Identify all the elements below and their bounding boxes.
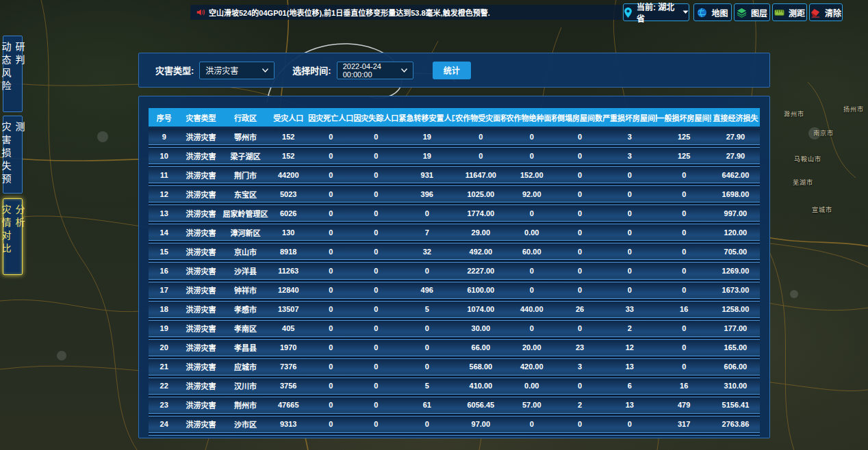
table-row[interactable]: 13洪涝灾害屈家岭管理区60260001774.000000997.00 bbox=[149, 205, 760, 221]
table-cell: 11263 bbox=[268, 267, 308, 275]
table-row[interactable]: 11洪涝灾害荆门市442000093111647.00152.000006462… bbox=[149, 167, 760, 183]
table-cell: 0 bbox=[308, 133, 353, 141]
table-row[interactable]: 9洪涝灾害鄂州市1520019000312527.90 bbox=[149, 129, 760, 144]
table-row[interactable]: 20洪涝灾害孝昌县197000066.0020.0023120165.00 bbox=[149, 340, 760, 356]
table-cell: 洪涝灾害 bbox=[179, 419, 222, 429]
table-cell: 0 bbox=[557, 228, 602, 237]
map-label: 马鞍山市 bbox=[794, 155, 821, 163]
layers-button[interactable]: 图层 bbox=[734, 3, 770, 21]
table-cell: 6100.00 bbox=[455, 286, 506, 294]
globe-icon bbox=[697, 8, 707, 18]
table-row[interactable]: 18洪涝灾害孝感市135070051074.00440.002633161258… bbox=[149, 302, 760, 317]
table-cell: 26 bbox=[557, 305, 602, 313]
column-header: 灾害类型 bbox=[179, 112, 222, 123]
disaster-type-label: 灾害类型: bbox=[155, 64, 194, 77]
table-cell: 16 bbox=[149, 267, 179, 275]
table-cell: 13 bbox=[602, 401, 656, 409]
table-cell: 0 bbox=[353, 343, 398, 352]
table-header: 序号灾害类型行政区受灾人口因灾死亡人口因灾失踪人口紧急转移安置人口农作物受灾面积… bbox=[149, 108, 760, 127]
table-cell: 0 bbox=[602, 209, 656, 217]
table-cell: 0 bbox=[557, 324, 602, 332]
table-cell: 97.00 bbox=[455, 420, 506, 428]
disaster-table-panel: 序号灾害类型行政区受灾人口因灾死亡人口因灾失踪人口紧急转移安置人口农作物受灾面积… bbox=[138, 96, 770, 438]
table-cell: 0 bbox=[557, 382, 602, 390]
table-cell: 165.00 bbox=[711, 343, 760, 352]
statistics-button[interactable]: 统计 bbox=[433, 62, 471, 79]
table-cell: 3756 bbox=[268, 382, 308, 390]
table-row[interactable]: 24洪涝灾害沙市区931300097.000003172763.86 bbox=[149, 416, 760, 432]
table-cell: 0 bbox=[557, 286, 602, 294]
table-row[interactable]: 17洪涝灾害钟祥市12840004966100.0000001673.00 bbox=[149, 282, 760, 298]
table-cell: 0 bbox=[602, 248, 656, 256]
clear-button[interactable]: 清除 bbox=[809, 3, 843, 21]
table-cell: 0 bbox=[398, 343, 455, 352]
table-cell: 2 bbox=[557, 401, 602, 409]
table-cell: 0 bbox=[557, 248, 602, 256]
table-cell: 0 bbox=[557, 171, 602, 179]
sidebar-item-disaster-comparison[interactable]: 灾情对比分析 bbox=[3, 198, 23, 275]
column-header: 直接经济损失 bbox=[711, 112, 760, 123]
table-row[interactable]: 12洪涝灾害东宝区5023003961025.0092.000001698.00 bbox=[149, 186, 760, 202]
time-select-value: 2022-04-24 00:00:00 bbox=[343, 62, 401, 79]
table-cell: 931 bbox=[398, 171, 455, 179]
table-cell: 0 bbox=[557, 267, 602, 275]
sidebar-item-dynamic-risk[interactable]: 动态风险研判 bbox=[3, 36, 23, 112]
table-cell: 洪涝灾害 bbox=[179, 304, 222, 315]
table-cell: 152 bbox=[268, 133, 308, 141]
table-cell: 32 bbox=[398, 248, 455, 256]
table-cell: 3 bbox=[557, 362, 602, 371]
table-cell: 152.00 bbox=[507, 171, 557, 179]
table-cell: 0 bbox=[507, 324, 557, 332]
map-button[interactable]: 地图 bbox=[693, 3, 732, 21]
table-cell: 125 bbox=[657, 152, 711, 160]
table-cell: 0 bbox=[657, 190, 711, 198]
column-header: 受灾人口 bbox=[268, 112, 308, 123]
table-cell: 17 bbox=[149, 286, 179, 294]
layers-button-label: 图层 bbox=[751, 7, 767, 18]
time-select[interactable]: 2022-04-24 00:00:00 bbox=[337, 62, 413, 79]
table-cell: 0 bbox=[657, 324, 711, 332]
table-row[interactable]: 15洪涝灾害京山市89180032492.0060.00000705.00 bbox=[149, 243, 760, 259]
table-cell: 0 bbox=[507, 267, 557, 275]
table-cell: 0 bbox=[507, 152, 557, 160]
table-cell: 47665 bbox=[268, 401, 308, 409]
table-row[interactable]: 16洪涝灾害沙洋县112630002227.0000001269.00 bbox=[149, 263, 760, 278]
table-cell: 0 bbox=[602, 190, 656, 198]
table-cell: 22 bbox=[149, 382, 179, 390]
table-cell: 0 bbox=[308, 209, 353, 217]
table-cell: 0 bbox=[557, 209, 602, 217]
disaster-type-value: 洪涝灾害 bbox=[205, 64, 238, 76]
sidebar-item-loss-forecast[interactable]: 灾害损失预测 bbox=[3, 116, 23, 194]
table-row[interactable]: 19洪涝灾害孝南区40500030.000020177.00 bbox=[149, 321, 760, 336]
table-cell: 440.00 bbox=[507, 305, 557, 313]
table-cell: 0 bbox=[657, 362, 711, 371]
table-row[interactable]: 21洪涝灾害应城市7376000568.00420.003130606.00 bbox=[149, 359, 760, 375]
table-cell: 漳河新区 bbox=[222, 227, 269, 238]
table-cell: 19 bbox=[149, 324, 179, 332]
row-separator bbox=[149, 432, 760, 436]
table-cell: 6 bbox=[602, 382, 656, 390]
table-cell: 1774.00 bbox=[455, 209, 506, 217]
disaster-type-select[interactable]: 洪涝灾害 bbox=[199, 62, 275, 79]
table-cell: 13 bbox=[602, 362, 656, 371]
table-cell: 0 bbox=[398, 209, 455, 217]
table-row[interactable]: 10洪涝灾害梁子湖区1520019000312527.90 bbox=[149, 148, 760, 163]
chevron-down-icon bbox=[682, 10, 689, 14]
table-cell: 0 bbox=[602, 228, 656, 237]
table-cell: 0 bbox=[507, 209, 557, 217]
table-row[interactable]: 22洪涝灾害汉川市3756005410.000.000616310.00 bbox=[149, 378, 760, 394]
table-cell: 洪涝灾害 bbox=[179, 380, 222, 391]
region-select[interactable]: 当前: 湖北省 bbox=[623, 3, 689, 21]
map-label: 芜湖市 bbox=[793, 178, 813, 187]
table-cell: 0 bbox=[557, 190, 602, 198]
table-cell: 0 bbox=[353, 401, 398, 409]
table-cell: 0 bbox=[353, 133, 398, 141]
table-cell: 492.00 bbox=[455, 248, 506, 256]
column-header: 因灾失踪人口 bbox=[353, 112, 398, 123]
table-cell: 洪涝灾害 bbox=[179, 323, 222, 334]
table-cell: 0 bbox=[353, 248, 398, 256]
measure-button[interactable]: 测距 bbox=[772, 3, 807, 21]
table-row[interactable]: 23洪涝灾害荆州市4766500616056.4557.002134795156… bbox=[149, 397, 760, 413]
table-row[interactable]: 14洪涝灾害漳河新区13000729.000.00000120.00 bbox=[149, 224, 760, 240]
table-cell: 0 bbox=[602, 420, 656, 428]
